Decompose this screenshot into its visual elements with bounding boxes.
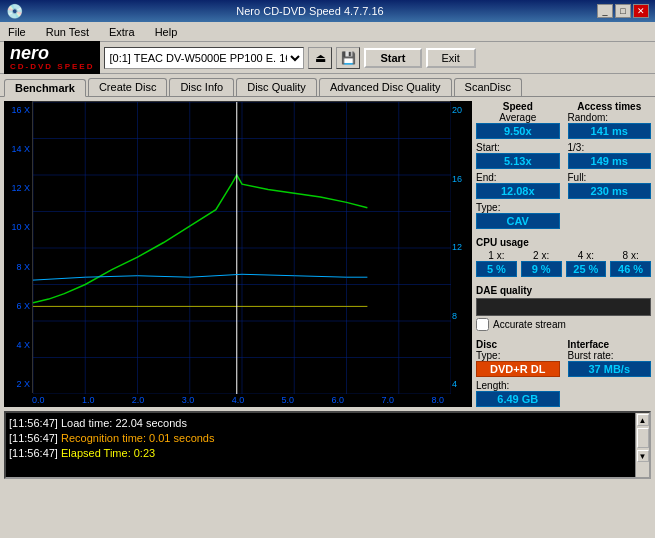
toolbar: nero CD-DVD SPEED [0:1] TEAC DV-W5000E P… bbox=[0, 42, 655, 74]
one-third-value: 149 ms bbox=[568, 153, 652, 169]
cpu-section: CPU usage 1 x: 5 % 2 x: 9 % 4 x: 25 % 8 … bbox=[476, 237, 651, 277]
average-value: 9.50x bbox=[476, 123, 560, 139]
log-text-2: Recognition time: 0.01 seconds bbox=[61, 432, 214, 444]
full-label: Full: bbox=[568, 172, 587, 183]
end-label: End: bbox=[476, 172, 497, 183]
x-axis: 0.0 1.0 2.0 3.0 4.0 5.0 6.0 7.0 8.0 bbox=[4, 393, 472, 407]
dae-label: DAE quality bbox=[476, 285, 651, 296]
average-label: Average bbox=[476, 112, 560, 123]
y-axis-left: 16 X 14 X 12 X 10 X 8 X 6 X 4 X 2 X bbox=[4, 101, 32, 393]
close-button[interactable]: ✕ bbox=[633, 4, 649, 18]
maximize-button[interactable]: □ bbox=[615, 4, 631, 18]
main-content: 16 X 14 X 12 X 10 X 8 X 6 X 4 X 2 X 20 1… bbox=[0, 96, 655, 411]
chart-with-axes: 16 X 14 X 12 X 10 X 8 X 6 X 4 X 2 X 20 1… bbox=[4, 101, 472, 393]
burst-value: 37 MB/s bbox=[568, 361, 652, 377]
drive-select[interactable]: [0:1] TEAC DV-W5000E PP100 E. 16 bbox=[104, 47, 304, 69]
disc-type-label-text: Type: bbox=[476, 350, 560, 361]
speed-section: Speed Average 9.50x Start: 5.13x End: 12… bbox=[476, 101, 560, 229]
log-container: [11:56:47] Load time: 22.04 seconds [11:… bbox=[4, 411, 651, 479]
cpu-4x-label: 4 x: bbox=[566, 250, 607, 261]
start-value: 5.13x bbox=[476, 153, 560, 169]
log-scrollbar[interactable]: ▲ ▼ bbox=[635, 413, 649, 477]
log-entry-1: [11:56:47] Load time: 22.04 seconds bbox=[9, 416, 632, 431]
window-title: Nero CD-DVD Speed 4.7.7.16 bbox=[23, 5, 597, 17]
cpu-1x-value: 5 % bbox=[476, 261, 517, 277]
random-value: 141 ms bbox=[568, 123, 652, 139]
interface-label: Interface bbox=[568, 339, 652, 350]
random-label: Random: bbox=[568, 112, 652, 123]
length-label-text: Length: bbox=[476, 380, 509, 391]
start-button[interactable]: Start bbox=[364, 48, 421, 68]
tab-disc-info[interactable]: Disc Info bbox=[169, 78, 234, 96]
tab-advanced-disc-quality[interactable]: Advanced Disc Quality bbox=[319, 78, 452, 96]
exit-button[interactable]: Exit bbox=[426, 48, 476, 68]
menu-run-test[interactable]: Run Test bbox=[42, 24, 93, 40]
disc-section: Disc Type: DVD+R DL Length: 6.49 GB Inte… bbox=[476, 339, 651, 407]
menu-help[interactable]: Help bbox=[151, 24, 182, 40]
cpu-8x: 8 x: 46 % bbox=[610, 250, 651, 277]
type-label: Type: bbox=[476, 202, 500, 213]
tab-benchmark[interactable]: Benchmark bbox=[4, 79, 86, 97]
log-time-1: [11:56:47] bbox=[9, 417, 61, 429]
chart-container bbox=[32, 101, 450, 393]
accurate-stream-checkbox[interactable] bbox=[476, 318, 489, 331]
chart-wrapper: 16 X 14 X 12 X 10 X 8 X 6 X 4 X 2 X 20 1… bbox=[4, 101, 472, 407]
menu-extra[interactable]: Extra bbox=[105, 24, 139, 40]
save-icon-button[interactable]: 💾 bbox=[336, 47, 360, 69]
cpu-4x: 4 x: 25 % bbox=[566, 250, 607, 277]
disc-type-value: DVD+R DL bbox=[476, 361, 560, 377]
title-bar-icon: 💿 bbox=[6, 3, 23, 19]
menu-bar: File Run Test Extra Help bbox=[0, 22, 655, 42]
tab-create-disc[interactable]: Create Disc bbox=[88, 78, 167, 96]
cpu-2x-value: 9 % bbox=[521, 261, 562, 277]
log-area[interactable]: [11:56:47] Load time: 22.04 seconds [11:… bbox=[6, 413, 635, 477]
full-value: 230 ms bbox=[568, 183, 652, 199]
accurate-label: Accurate stream bbox=[493, 319, 566, 330]
cpu-8x-label: 8 x: bbox=[610, 250, 651, 261]
scroll-thumb[interactable] bbox=[637, 428, 649, 448]
speed-label: Speed bbox=[476, 101, 560, 112]
tab-scan-disc[interactable]: ScanDisc bbox=[454, 78, 522, 96]
disc-label: Disc bbox=[476, 339, 560, 350]
cpu-1x: 1 x: 5 % bbox=[476, 250, 517, 277]
log-time-2: [11:56:47] bbox=[9, 432, 61, 444]
log-text-1: Load time: 22.04 seconds bbox=[61, 417, 187, 429]
title-bar-controls: _ □ ✕ bbox=[597, 4, 649, 18]
right-panel: Speed Average 9.50x Start: 5.13x End: 12… bbox=[476, 101, 651, 407]
chart-canvas bbox=[33, 102, 451, 394]
cpu-4x-value: 25 % bbox=[566, 261, 607, 277]
type-value: CAV bbox=[476, 213, 560, 229]
length-value: 6.49 GB bbox=[476, 391, 560, 407]
scroll-up-arrow[interactable]: ▲ bbox=[637, 414, 649, 426]
tab-disc-quality[interactable]: Disc Quality bbox=[236, 78, 317, 96]
scroll-down-arrow[interactable]: ▼ bbox=[637, 450, 649, 462]
nero-text: nero bbox=[10, 44, 49, 62]
end-value: 12.08x bbox=[476, 183, 560, 199]
minimize-button[interactable]: _ bbox=[597, 4, 613, 18]
nero-logo: nero CD-DVD SPEED bbox=[4, 41, 100, 74]
cpu-8x-value: 46 % bbox=[610, 261, 651, 277]
speed-access-row: Speed Average 9.50x Start: 5.13x End: 12… bbox=[476, 101, 651, 229]
start-label: Start: bbox=[476, 142, 500, 153]
cpu-2x-label: 2 x: bbox=[521, 250, 562, 261]
burst-label-text: Burst rate: bbox=[568, 350, 652, 361]
eject-icon-button[interactable]: ⏏ bbox=[308, 47, 332, 69]
title-bar: 💿 Nero CD-DVD Speed 4.7.7.16 _ □ ✕ bbox=[0, 0, 655, 22]
access-label: Access times bbox=[568, 101, 652, 112]
one-third-label: 1/3: bbox=[568, 142, 585, 153]
accurate-row: Accurate stream bbox=[476, 318, 651, 331]
cdspeed-text: CD-DVD SPEED bbox=[10, 62, 94, 71]
tabs-bar: Benchmark Create Disc Disc Info Disc Qua… bbox=[0, 74, 655, 96]
dae-section: DAE quality Accurate stream bbox=[476, 285, 651, 331]
cpu-1x-label: 1 x: bbox=[476, 250, 517, 261]
log-text-3: Elapsed Time: 0:23 bbox=[61, 447, 155, 459]
interface-col: Interface Burst rate: 37 MB/s bbox=[568, 339, 652, 407]
disc-type-col: Disc Type: DVD+R DL Length: 6.49 GB bbox=[476, 339, 560, 407]
cpu-label: CPU usage bbox=[476, 237, 651, 248]
menu-file[interactable]: File bbox=[4, 24, 30, 40]
bottom-section: [11:56:47] Load time: 22.04 seconds [11:… bbox=[0, 411, 655, 483]
y-axis-right: 20 16 12 8 4 bbox=[450, 101, 472, 393]
access-section: Access times Random: 141 ms 1/3: 149 ms … bbox=[568, 101, 652, 229]
dae-bar bbox=[476, 298, 651, 316]
cpu-2x: 2 x: 9 % bbox=[521, 250, 562, 277]
